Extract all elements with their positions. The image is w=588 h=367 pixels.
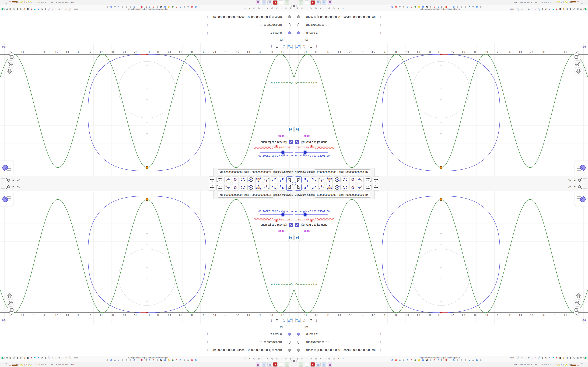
google-favicon[interactable]: G	[421, 359, 424, 361]
google-favicon[interactable]: G	[110, 359, 113, 361]
visibility-dot[interactable]	[297, 32, 300, 34]
generic-favicon[interactable]: ✿	[398, 6, 401, 8]
globe-icon[interactable]: ⊕	[257, 7, 260, 10]
google-favicon[interactable]: G	[421, 6, 424, 8]
yandex-favicon[interactable]: Я	[410, 6, 413, 8]
zoom-out-button[interactable]	[573, 307, 580, 314]
arc-length-slider[interactable]	[295, 214, 328, 215]
algebra-view-icon[interactable]	[581, 44, 586, 49]
trash-icon[interactable]: ▣	[26, 356, 30, 359]
globe-icon[interactable]: ⊕	[314, 357, 318, 360]
line-tool[interactable]	[271, 184, 277, 191]
perpendicular-line-tool[interactable]	[263, 184, 270, 191]
reflect-tool[interactable]	[224, 176, 231, 183]
google-favicon[interactable]: G	[133, 6, 136, 8]
arc-length-slider-handle[interactable]	[281, 213, 284, 216]
pencil-icon[interactable]: ✎	[534, 8, 538, 11]
point-tool[interactable]: A	[279, 184, 285, 191]
zoom-in-button[interactable]	[7, 299, 14, 306]
generic-favicon[interactable]: ✿	[460, 359, 463, 361]
monitor-app[interactable]: ▥	[316, 0, 320, 5]
generic-favicon[interactable]: ✿	[187, 6, 190, 8]
visibility-dot[interactable]	[297, 15, 300, 18]
owl-app[interactable]: ◉	[256, 0, 260, 5]
gear-favicon[interactable]: ⚙	[106, 6, 109, 8]
overflow-kebab-icon[interactable]: ⋮	[582, 357, 585, 359]
download-icon[interactable]: ↓	[54, 356, 58, 359]
ellipse-tool[interactable]	[342, 176, 348, 183]
algebra-view-icon[interactable]	[2, 318, 7, 323]
gear-favicon[interactable]: ⚙	[479, 359, 482, 361]
olive-icon[interactable]: ●	[248, 357, 251, 360]
function-input[interactable]: 1.000000000000 + cos(4.000000000000 x) ▼	[315, 192, 370, 198]
screenshot-app[interactable]: ▬	[285, 0, 289, 5]
mouse-icon[interactable]: ⬮	[43, 356, 47, 359]
ellipse-tool[interactable]	[240, 184, 246, 191]
owl-app[interactable]: ◉	[256, 362, 260, 367]
generic-favicon[interactable]: ✿	[187, 359, 190, 361]
ublock-icon[interactable]: ◆	[15, 8, 19, 11]
gear-icon[interactable]: ⚙	[40, 8, 44, 11]
line-tool[interactable]	[311, 184, 317, 191]
graphics-view[interactable]: -2.4-2.2-2-1.8-1.6-1.4-1.2-1-0.8-0.6-0.4…	[294, 191, 588, 324]
kebab-menu-icon[interactable]: ⋮	[379, 16, 382, 19]
curvature-tangent-checkbox[interactable]	[295, 223, 299, 227]
tracing-checkbox[interactable]	[289, 134, 293, 138]
circle-tool[interactable]	[334, 184, 341, 191]
screenshot-app[interactable]: ▬	[285, 362, 289, 367]
page-zoom-level[interactable]: 81%	[510, 357, 514, 359]
google-favicon[interactable]: G	[433, 359, 436, 361]
home-button[interactable]	[6, 68, 13, 75]
owl-app[interactable]: ◉	[328, 0, 332, 5]
record-icon[interactable]: ●	[29, 356, 33, 359]
puzzle-icon[interactable]: ◼	[9, 356, 12, 359]
visibility-dot[interactable]	[288, 349, 291, 352]
plot-canvas[interactable]: -2.4-2.2-2-1.8-1.6-1.4-1.2-1-0.8-0.6-0.4…	[0, 191, 294, 324]
orange-favicon[interactable]: ◗	[448, 359, 451, 361]
slider-tool[interactable]: a = 2	[216, 176, 223, 183]
undo-button[interactable]: ↶	[16, 185, 21, 190]
gear-icon[interactable]: ⚙	[544, 356, 548, 359]
gear-favicon[interactable]: ⚙	[106, 359, 109, 361]
generic-favicon[interactable]: ✿	[125, 6, 128, 8]
slider-tool[interactable]: a = 2	[365, 184, 372, 191]
google-favicon[interactable]: G	[417, 6, 421, 8]
orange-favicon[interactable]: ◗	[137, 6, 140, 8]
step-forward-button[interactable]	[288, 126, 294, 132]
menu-icon[interactable]	[0, 177, 6, 182]
google-favicon[interactable]: G	[164, 6, 167, 8]
olive-icon[interactable]: ●	[248, 7, 251, 10]
google-favicon[interactable]: G	[475, 6, 478, 8]
mouse-icon[interactable]: ⬮	[541, 8, 545, 11]
search-icon[interactable]	[577, 177, 582, 182]
pencil-icon[interactable]: ✎	[50, 8, 54, 11]
kebab-menu-icon[interactable]: ⋮	[314, 44, 319, 49]
firefox-app[interactable]: ◕	[279, 362, 283, 367]
gear-favicon[interactable]: ⚙	[479, 6, 482, 8]
collapse-button[interactable]: −	[298, 38, 302, 42]
yandex-favicon[interactable]: Я	[410, 359, 413, 361]
move-graphics-tool[interactable]	[372, 184, 379, 191]
dropdown-arrow-icon[interactable]: ▼	[219, 192, 222, 198]
reload-icon[interactable]: ↻	[527, 356, 531, 359]
function-input[interactable]: 1.000000000000 + cos(4.000000000000 x) ▼	[315, 169, 370, 175]
globe-icon[interactable]: ⊕	[328, 7, 331, 10]
address-url[interactable]: https://www.geogebra.org/classic/aagcxh3…	[420, 8, 460, 10]
generic-favicon[interactable]: ✿	[113, 6, 117, 8]
olive-icon[interactable]: ●	[337, 357, 340, 360]
gauge-icon[interactable]: ◔	[319, 357, 322, 360]
generic-favicon[interactable]: ✿	[121, 359, 124, 361]
kebab-menu-icon[interactable]: ⋮	[269, 318, 274, 323]
chevron-up-icon[interactable]: ^	[581, 2, 583, 5]
move-graphics-tool[interactable]	[209, 176, 216, 183]
search-icon[interactable]	[577, 185, 582, 190]
globe-icon[interactable]: ⊕	[252, 7, 256, 10]
orange-favicon[interactable]: ◗	[448, 6, 451, 8]
gear-icon[interactable]: ⚙	[300, 7, 304, 10]
shield-down-icon[interactable]: ▼	[33, 8, 37, 11]
globe2-icon[interactable]: ⊕	[572, 8, 576, 11]
yandex-favicon[interactable]: Я	[175, 6, 178, 8]
point-tool[interactable]: A	[303, 176, 309, 183]
view-chooser-card[interactable]	[0, 161, 13, 175]
google-favicon[interactable]: G	[167, 359, 171, 361]
